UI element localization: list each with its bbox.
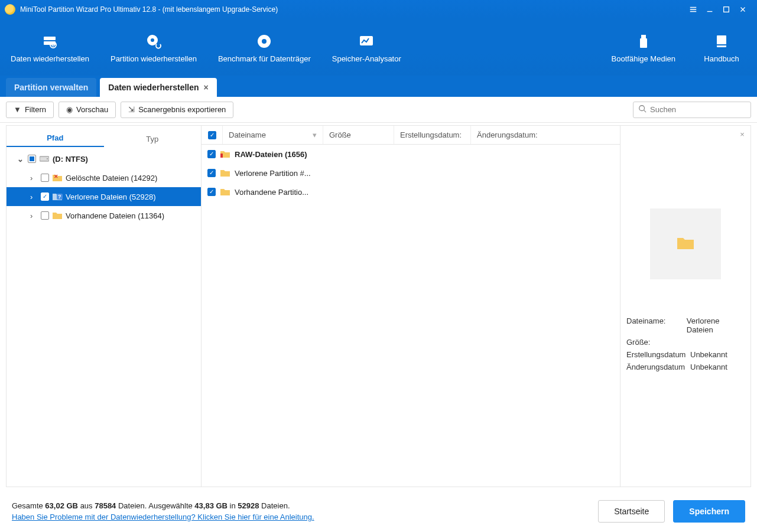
header-checkbox-cell[interactable]: [202, 126, 223, 144]
close-preview-icon[interactable]: ×: [736, 128, 748, 140]
stats-text: Gesamte 63,02 GB aus 78584 Dateien. Ausg…: [12, 501, 314, 510]
tree-node-lost[interactable]: › Verlorene Dateien (52928): [7, 187, 201, 206]
tab-manage-partition[interactable]: Partition verwalten: [6, 78, 96, 97]
tree-label: (D: NTFS): [53, 155, 88, 164]
drive-icon: [40, 154, 49, 164]
search-icon: [638, 105, 646, 115]
tree-node-deleted[interactable]: › Gelöschte Dateien (14292): [7, 168, 201, 187]
save-button[interactable]: Speichern: [673, 500, 745, 523]
checkbox[interactable]: [41, 211, 49, 220]
chevron-right-icon[interactable]: ›: [30, 174, 37, 182]
folder-deleted-icon: [53, 173, 62, 182]
button-label: Startseite: [614, 507, 649, 516]
svg-rect-1: [44, 37, 56, 40]
funnel-icon: ▼: [14, 105, 21, 114]
checkbox[interactable]: [208, 131, 216, 139]
titlebar: MiniTool Partition Wizard Pro Ultimativ …: [0, 0, 757, 19]
tool-label: Speicher-Analysator: [332, 54, 401, 63]
tool-handbook[interactable]: Handbuch: [686, 19, 757, 76]
eye-icon: ◉: [66, 105, 73, 114]
tool-benchmark[interactable]: Benchmark für Datenträger: [207, 19, 321, 76]
column-label: Erstellungsdatum:: [400, 130, 462, 139]
tree-node-existing[interactable]: › Vorhandene Dateien (11364): [7, 206, 201, 225]
button-label: Filtern: [25, 105, 46, 114]
meta-label: Erstellungsdatum: [626, 350, 690, 359]
column-header-created[interactable]: Erstellungsdatum:: [394, 126, 471, 144]
chevron-right-icon[interactable]: ›: [30, 211, 37, 220]
checkbox[interactable]: [41, 174, 49, 182]
button-label: Scanergebnis exportieren: [138, 105, 226, 114]
checkbox[interactable]: [207, 150, 216, 158]
tool-space-analyzer[interactable]: Speicher-Analysator: [321, 19, 412, 76]
tool-label: Handbuch: [704, 54, 739, 63]
meta-label: Dateiname:: [626, 316, 687, 334]
tree-tabs: Pfad Typ: [7, 126, 201, 147]
search-input[interactable]: [650, 105, 746, 114]
file-row[interactable]: RAW-Dateien (1656): [202, 145, 620, 164]
tree-tab-type[interactable]: Typ: [104, 130, 202, 147]
preview-thumbnail: [650, 208, 721, 279]
column-header-modified[interactable]: Änderungsdatum:: [471, 126, 620, 144]
tree-node-drive[interactable]: ⌄ (D: NTFS): [7, 149, 201, 168]
folder-raw-icon: [220, 149, 230, 159]
button-label: Vorschau: [76, 105, 108, 114]
checkbox[interactable]: [28, 155, 36, 163]
file-name: Verlorene Partition #...: [235, 169, 311, 178]
tool-bootable-media[interactable]: Bootfähige Medien: [601, 19, 686, 76]
chevron-down-icon[interactable]: ⌄: [17, 155, 24, 164]
sort-icon: ▾: [313, 130, 317, 139]
app-icon: [5, 4, 15, 15]
column-header: Dateiname ▾ Größe Erstellungsdatum: Ände…: [202, 126, 620, 145]
svg-rect-10: [640, 38, 647, 48]
tool-data-recover[interactable]: Daten wiederherstellen: [0, 19, 100, 76]
meta-value: Verlorene Dateien: [687, 316, 745, 334]
tab-label: Partition verwalten: [14, 83, 88, 92]
tab-close-icon[interactable]: ×: [204, 83, 209, 92]
export-icon: ⇲: [128, 105, 135, 114]
chevron-right-icon[interactable]: ›: [30, 192, 37, 201]
meta-label: Größe:: [626, 338, 690, 347]
svg-point-5: [151, 38, 154, 42]
help-link[interactable]: Haben Sie Probleme mit der Datenwiederhe…: [12, 513, 314, 521]
checkbox[interactable]: [41, 192, 49, 201]
column-header-name[interactable]: Dateiname ▾: [223, 126, 323, 144]
folder-icon: [220, 168, 230, 178]
folder-icon: [53, 211, 62, 220]
action-bar: ▼ Filtern ◉ Vorschau ⇲ Scanergebnis expo…: [0, 97, 757, 123]
preview-button[interactable]: ◉ Vorschau: [59, 102, 116, 118]
folder-icon: [220, 187, 230, 197]
maximize-icon[interactable]: [718, 2, 735, 17]
tree-tab-path[interactable]: Pfad: [7, 129, 104, 147]
minimize-icon[interactable]: [701, 2, 718, 17]
file-row[interactable]: Vorhandene Partitio...: [202, 182, 620, 201]
tab-label: Pfad: [47, 133, 63, 142]
close-icon[interactable]: [735, 2, 751, 17]
column-label: Dateiname: [229, 130, 266, 139]
filter-button[interactable]: ▼ Filtern: [6, 102, 54, 118]
search-box[interactable]: [633, 102, 751, 118]
content-area: Pfad Typ ⌄ (D: NTFS) › Gelöschte: [6, 125, 751, 487]
main-toolbar: Daten wiederherstellen Partition wiederh…: [0, 19, 757, 76]
column-label: Änderungsdatum:: [477, 130, 538, 139]
partition-recover-icon: [145, 33, 162, 50]
folder-lost-icon: [53, 192, 62, 201]
file-row[interactable]: Verlorene Partition #...: [202, 164, 620, 182]
svg-rect-0: [724, 7, 729, 12]
checkbox[interactable]: [207, 169, 216, 177]
window-title: MiniTool Partition Wizard Pro Ultimativ …: [20, 5, 278, 14]
tab-data-recover[interactable]: Daten wiederherstellen ×: [100, 78, 216, 97]
tool-partition-recover[interactable]: Partition wiederherstellen: [100, 19, 207, 76]
button-label: Speichern: [689, 507, 729, 516]
menu-icon[interactable]: [685, 2, 701, 17]
export-scan-button[interactable]: ⇲ Scanergebnis exportieren: [121, 102, 233, 118]
home-button[interactable]: Startseite: [598, 500, 665, 523]
svg-rect-8: [360, 36, 373, 45]
tree-label: Verlorene Dateien (52928): [66, 192, 156, 201]
tool-label: Partition wiederherstellen: [111, 54, 197, 63]
svg-point-14: [47, 158, 48, 159]
folder-icon: [677, 236, 694, 252]
checkbox[interactable]: [207, 188, 216, 196]
usb-icon: [635, 33, 652, 50]
column-header-size[interactable]: Größe: [323, 126, 394, 144]
tab-label: Daten wiederherstellen: [108, 83, 199, 92]
